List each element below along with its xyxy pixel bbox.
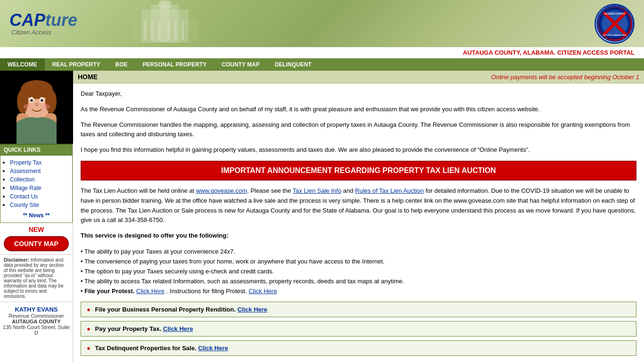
main-layout: QUICK LINKS Property Tax Assessment Coll… bbox=[0, 71, 644, 362]
main-body: Dear Taxpayer, As the Revenue Commission… bbox=[73, 83, 644, 362]
commissioner-info: KATHY EVANS Revenue Commissioner AUTAUGA… bbox=[0, 302, 73, 339]
announcement-title: IMPORTANT ANNOUNCEMENT REGARDING PROPERT… bbox=[221, 166, 496, 174]
sidebar-item-county-site[interactable]: County Site bbox=[10, 201, 72, 208]
svg-text:AUTAUGA COUNTY: AUTAUGA COUNTY bbox=[604, 13, 625, 15]
portal-title: AUTAUGA COUNTY, ALABAMA. CITIZEN ACCESS … bbox=[0, 47, 644, 58]
box2-text: Pay your Property Tax. bbox=[95, 325, 161, 332]
nav-county-map[interactable]: COUNTY MAP bbox=[214, 58, 267, 71]
main-content: HOME Online payments will be accepted be… bbox=[73, 71, 644, 362]
nav-delinquent[interactable]: DELINQUENT bbox=[267, 58, 319, 71]
online-payments-notice: Online payments will be accepted beginni… bbox=[491, 74, 639, 81]
bullet-red-3: ● bbox=[87, 345, 91, 352]
commissioner-address: 135 North Court Street, Suite D bbox=[2, 324, 71, 336]
disclaimer-text: Information and data provided by any sec… bbox=[4, 257, 64, 299]
navigation-bar: WELCOME REAL PROPERTY BOE PERSONAL PROPE… bbox=[0, 58, 644, 71]
nav-personal-property[interactable]: PERSONAL PROPERTY bbox=[135, 58, 214, 71]
county-seal: AUTAUGA COUNTY REVENUE COMMISSIONER bbox=[594, 4, 635, 44]
svg-rect-8 bbox=[158, 21, 160, 40]
nav-welcome[interactable]: WELCOME bbox=[0, 58, 45, 71]
paragraph-1: As the Revenue Commissioner of Autauga C… bbox=[81, 105, 636, 115]
disclaimer: Disclaimer: Information and data provide… bbox=[0, 254, 73, 302]
box3-link[interactable]: Click Here bbox=[198, 345, 228, 352]
svg-rect-6 bbox=[144, 21, 146, 40]
logo-subtitle: Citizen Access bbox=[11, 29, 77, 36]
commissioner-county: AUTAUGA COUNTY bbox=[2, 319, 71, 324]
paragraph-3: I hope you find this information helpful… bbox=[81, 145, 636, 155]
site-header: CAPture Citizen Access AUTAUGA COUNTY bbox=[0, 0, 644, 47]
seal-inner: AUTAUGA COUNTY REVENUE COMMISSIONER bbox=[596, 5, 633, 42]
disclaimer-bold: Disclaimer: bbox=[4, 257, 29, 263]
protest-link-2[interactable]: Click Here bbox=[248, 288, 277, 295]
svg-point-29 bbox=[41, 99, 43, 102]
service-item-0: The ability to pay your Taxes at your co… bbox=[81, 247, 636, 256]
announcement-box: IMPORTANT ANNOUNCEMENT REGARDING PROPERT… bbox=[81, 161, 636, 181]
svg-point-31 bbox=[24, 104, 31, 109]
commissioner-photo bbox=[0, 71, 73, 144]
svg-point-32 bbox=[42, 104, 50, 109]
sidebar-item-assessment[interactable]: Assessment bbox=[10, 167, 72, 174]
svg-point-25 bbox=[45, 90, 57, 113]
box3-text: Tax Delinquent Properties for Sale. bbox=[95, 345, 196, 352]
building-illustration bbox=[94, 0, 236, 47]
protest-link-1[interactable]: Click Here bbox=[136, 288, 165, 295]
box1-link[interactable]: Click Here bbox=[237, 306, 267, 313]
portal-title-text: AUTAUGA COUNTY, ALABAMA. CITIZEN ACCESS … bbox=[463, 49, 635, 56]
sidebar-item-contact-us[interactable]: Contact Us bbox=[10, 193, 72, 200]
announcement-body: The Tax Lien Auction will be held online… bbox=[81, 186, 636, 225]
sidebar-item-collection[interactable]: Collection bbox=[10, 176, 72, 183]
service-box-1: ● File your Business Personal Property R… bbox=[81, 302, 636, 317]
rules-tax-lien-link[interactable]: Rules of Tax Lien Auction bbox=[355, 187, 424, 194]
home-header: HOME Online payments will be accepted be… bbox=[73, 71, 644, 83]
svg-rect-9 bbox=[167, 21, 170, 40]
sidebar-item-property-tax[interactable]: Property Tax bbox=[10, 159, 72, 166]
svg-rect-11 bbox=[182, 21, 184, 40]
county-map-button[interactable]: COUNTY MAP bbox=[4, 236, 69, 251]
photo-svg bbox=[0, 71, 73, 144]
tax-lien-sale-info-link[interactable]: Tax Lien Sale Info bbox=[293, 187, 341, 194]
sidebar-news-item[interactable]: ** News ** bbox=[0, 210, 72, 221]
svg-rect-10 bbox=[174, 21, 177, 40]
sidebar-item-millage-rate[interactable]: Millage Rate bbox=[10, 184, 72, 191]
logo-text: CAPture bbox=[9, 12, 77, 29]
protest-text: File your Protest. bbox=[84, 288, 134, 295]
sidebar: QUICK LINKS Property Tax Assessment Coll… bbox=[0, 71, 73, 362]
box1-text: File your Business Personal Property Ren… bbox=[95, 306, 235, 313]
service-item-2: The option to pay your Taxes securely us… bbox=[81, 266, 636, 276]
govease-link[interactable]: www.govease.com bbox=[196, 187, 247, 194]
commissioner-title: Revenue Commissioner bbox=[2, 313, 71, 319]
news-link[interactable]: ** News ** bbox=[23, 212, 50, 219]
service-item-protest: File your Protest. Click Here . Instruct… bbox=[81, 286, 636, 296]
paragraph-2: The Revenue Commissioner handles the map… bbox=[81, 120, 636, 140]
service-item-3: The ability to access Tax related Inform… bbox=[81, 276, 636, 286]
quick-links-list: Property Tax Assessment Collection Milla… bbox=[0, 156, 73, 223]
svg-point-4 bbox=[158, 0, 172, 9]
svg-point-28 bbox=[30, 99, 33, 102]
logo-area: CAPture Citizen Access bbox=[9, 12, 77, 36]
box2-link[interactable]: Click Here bbox=[163, 325, 193, 332]
nav-boe[interactable]: BOE bbox=[107, 58, 135, 71]
logo-cap-part: CAP bbox=[9, 10, 45, 30]
svg-point-24 bbox=[17, 90, 28, 113]
services-list: The ability to pay your Taxes at your co… bbox=[81, 247, 636, 296]
logo-ture-part: ture bbox=[45, 10, 77, 30]
home-label: HOME bbox=[78, 73, 98, 81]
svg-point-30 bbox=[35, 103, 38, 107]
quick-links-header: QUICK LINKS bbox=[0, 144, 73, 156]
nav-real-property[interactable]: REAL PROPERTY bbox=[45, 58, 108, 71]
protest-mid-text: . Instructions for filing Protest. bbox=[166, 288, 247, 295]
service-item-1: The convenience of paying your taxes fro… bbox=[81, 256, 636, 266]
bullet-red-2: ● bbox=[87, 325, 91, 332]
svg-rect-5 bbox=[132, 19, 198, 42]
bullet-red-1: ● bbox=[87, 306, 91, 313]
commissioner-name: KATHY EVANS bbox=[2, 306, 71, 313]
greeting: Dear Taxpayer, bbox=[81, 89, 636, 99]
svg-rect-7 bbox=[151, 21, 153, 40]
new-label: NEW bbox=[0, 223, 73, 234]
service-box-3: ● Tax Delinquent Properties for Sale. Cl… bbox=[81, 340, 636, 356]
service-box-2: ● Pay your Property Tax. Click Here bbox=[81, 321, 636, 337]
svg-text:REVENUE COMMISSIONER: REVENUE COMMISSIONER bbox=[603, 34, 626, 36]
services-header: This service is designed to offer you th… bbox=[81, 231, 636, 241]
